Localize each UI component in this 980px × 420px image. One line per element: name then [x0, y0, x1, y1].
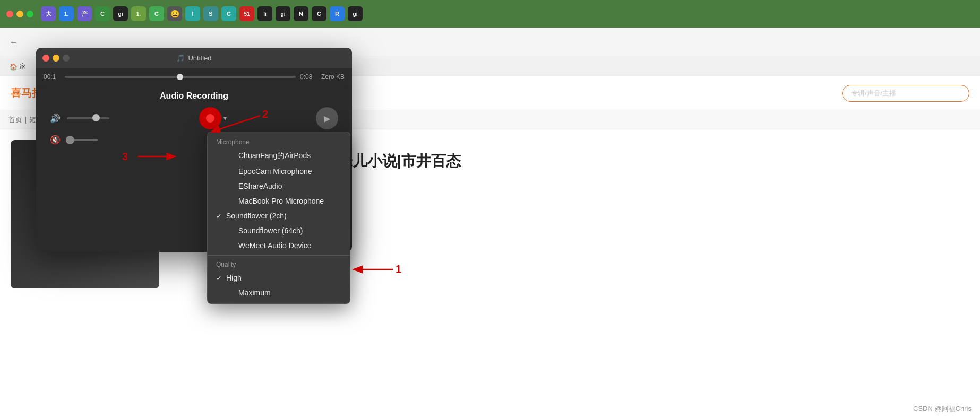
- qt-dropdown-arrow[interactable]: ▾: [223, 115, 227, 122]
- qt-progress-track[interactable]: [65, 76, 296, 78]
- qt-minimize-button[interactable]: [53, 55, 59, 62]
- menu-item-maximum[interactable]: Maximum: [208, 285, 350, 300]
- menu-item-eshare[interactable]: EShareAudio: [208, 179, 350, 194]
- topbar-icon-15[interactable]: C: [312, 6, 326, 21]
- quicktime-title-text: Untitled: [188, 54, 211, 62]
- qt-volume-slider[interactable]: [67, 117, 109, 119]
- dropdown-menu: Microphone ChuanFang的AirPods EpocCam Mic…: [207, 132, 350, 304]
- qt-record-indicator: [206, 114, 214, 122]
- qt-play-button[interactable]: ▶: [316, 107, 338, 129]
- qt-volume-thumb[interactable]: [92, 114, 100, 121]
- back-button[interactable]: ←: [6, 35, 21, 50]
- qt-mute-icon[interactable]: 🔇: [50, 135, 61, 145]
- qt-mute-thumb[interactable]: [66, 136, 74, 144]
- qt-close-button[interactable]: [42, 55, 49, 62]
- qt-zoom-button[interactable]: [63, 55, 70, 62]
- qt-time-bar: 00:1 0:08 Zero KB: [41, 73, 347, 81]
- menu-item-epoccam[interactable]: EpocCam Microphone: [208, 164, 350, 179]
- topbar-icon-13[interactable]: gi: [276, 6, 290, 21]
- topbar-icon-3[interactable]: 产: [77, 6, 92, 21]
- traffic-lights: [6, 11, 33, 18]
- bookmark-home[interactable]: 🏠 家: [5, 60, 30, 73]
- topbar-icon-7[interactable]: C: [149, 6, 164, 21]
- qt-mute-slider[interactable]: [66, 139, 98, 141]
- menu-item-wemeet[interactable]: WeMeet Audio Device: [208, 238, 350, 253]
- traffic-light-red[interactable]: [6, 11, 13, 18]
- menu-item-soundflower-2ch[interactable]: Soundflower (2ch): [208, 208, 350, 223]
- traffic-light-yellow[interactable]: [16, 11, 23, 18]
- qt-volume-icon: 🔊: [50, 113, 61, 124]
- topbar-icon-2[interactable]: 1.: [59, 6, 74, 21]
- qt-progress-thumb[interactable]: [177, 74, 183, 80]
- qt-size-text: Zero KB: [321, 73, 345, 81]
- topbar-icon-9[interactable]: l: [185, 6, 200, 21]
- microphone-section-label: Microphone: [208, 135, 350, 148]
- qt-time-end: 0:08: [300, 73, 317, 81]
- topbar-icon-4[interactable]: C: [95, 6, 110, 21]
- quicktime-title: 🎵 Untitled: [176, 54, 211, 62]
- topbar-icon-51[interactable]: 51: [239, 6, 254, 21]
- menu-item-macbook-mic[interactable]: MacBook Pro Microphone: [208, 194, 350, 208]
- qt-time-start: 00:1: [44, 73, 61, 81]
- traffic-light-green[interactable]: [27, 11, 33, 18]
- qt-record-button-wrapper: ▾: [199, 107, 227, 129]
- qt-control-row: 🔊 ▾ ▶: [50, 107, 338, 129]
- topbar-icon-5[interactable]: gi: [113, 6, 128, 21]
- menu-divider: [208, 255, 350, 256]
- home-icon: 🏠: [10, 63, 18, 71]
- quality-section-label: Quality: [208, 258, 350, 270]
- topbar-icon-16[interactable]: R: [330, 6, 345, 21]
- topbar-icon-12[interactable]: li: [257, 6, 272, 21]
- topbar-icon-11[interactable]: C: [221, 6, 236, 21]
- topbar-icon-1[interactable]: 大: [41, 6, 56, 21]
- search-placeholder: 专辑/声音/主播: [851, 89, 896, 98]
- topbar-icon-10[interactable]: S: [203, 6, 218, 21]
- topbar-icon-17[interactable]: gi: [348, 6, 363, 21]
- qt-recording-label: Audio Recording: [50, 91, 338, 101]
- qt-record-button[interactable]: [199, 107, 221, 129]
- qt-play-icon: ▶: [324, 113, 330, 124]
- quicktime-title-icon: 🎵: [176, 54, 185, 62]
- podcast-search-box[interactable]: 专辑/声音/主播: [842, 85, 969, 102]
- bookmark-home-label: 家: [20, 62, 26, 71]
- quicktime-titlebar: 🎵 Untitled: [36, 48, 352, 68]
- csdn-watermark: CSDN @阿福Chris: [913, 404, 972, 414]
- topbar-icon-6[interactable]: 1.: [131, 6, 146, 21]
- topbar-icon-14[interactable]: N: [294, 6, 308, 21]
- topbar-icon-8[interactable]: 😀: [167, 6, 182, 21]
- macos-topbar: 大 1. 产 C gi 1. C 😀 l S C 51 li gi N C R …: [0, 0, 980, 28]
- menu-item-soundflower-64ch[interactable]: Soundflower (64ch): [208, 223, 350, 238]
- qt-traffic-lights: [42, 55, 70, 62]
- menu-item-high[interactable]: High: [208, 270, 350, 285]
- menu-item-airpods[interactable]: ChuanFang的AirPods: [208, 148, 350, 164]
